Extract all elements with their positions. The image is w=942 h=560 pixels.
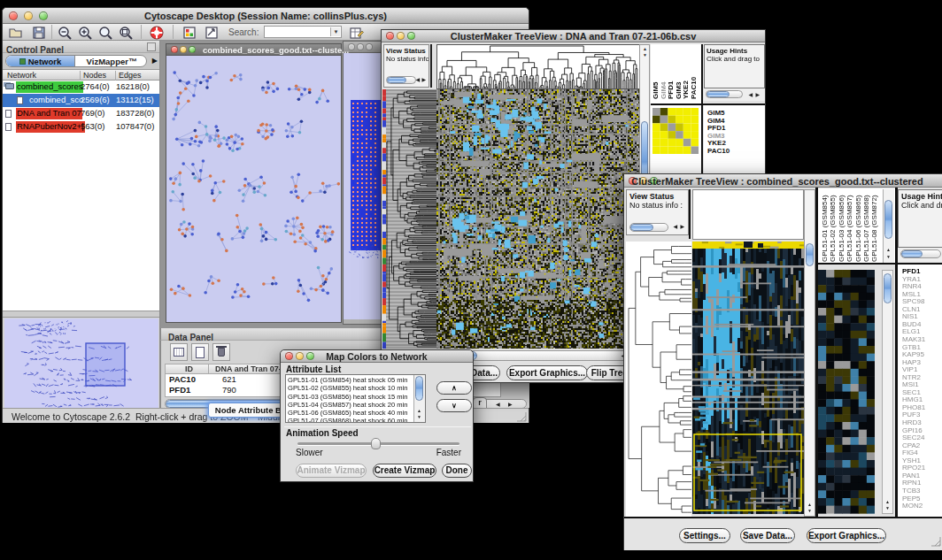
save-icon[interactable]: [31, 25, 47, 41]
tv2-save-data-button[interactable]: Save Data...: [740, 528, 795, 543]
tv1-status-hscroll[interactable]: [386, 76, 416, 84]
tv1-row-label: PAC10: [707, 147, 730, 155]
help-lifering-icon[interactable]: [149, 25, 165, 41]
zoom-out-icon[interactable]: [57, 25, 73, 41]
tv2-usage-hints: Usage Hints Click and drag to: [898, 189, 942, 248]
main-titlebar[interactable]: Cytoscape Desktop (Session Name: collins…: [3, 8, 529, 24]
network-row[interactable]: DNA and Tran 07769(0)183728(0): [3, 107, 159, 120]
tv2-usage-scroll[interactable]: [898, 248, 942, 262]
network-name: DNA and Tran 07: [16, 108, 82, 119]
network-view-1[interactable]: [166, 56, 341, 322]
tv2-heatmap[interactable]: [692, 242, 804, 514]
delete-attribute-icon[interactable]: [212, 343, 230, 361]
tv1-heatmap[interactable]: [436, 89, 639, 349]
tv1-row-dendrogram[interactable]: [386, 89, 436, 349]
attribute-item[interactable]: GPL51-03 (GSM856) heat shock 15 min: [288, 393, 412, 401]
network-row[interactable]: RNAPuberNov2+|563(0)107847(0): [3, 120, 159, 134]
network-name: combined_scores: [16, 81, 83, 93]
status-welcome: Welcome to Cytoscape 2.6.2: [12, 411, 130, 422]
attribute-item[interactable]: GPL51-04 (GSM857) heat shock 20 min: [288, 401, 412, 409]
tab-network[interactable]: Network: [6, 56, 75, 66]
network-nodes: 2764(0): [81, 81, 110, 91]
dialog-title: Map Colors to Network: [281, 351, 473, 362]
vizmap-icon[interactable]: [181, 25, 197, 41]
network-row[interactable]: combined_sco2569(6)13112(15): [3, 94, 159, 107]
tv1-column-label: PAC10: [690, 77, 698, 99]
attribute-item[interactable]: GPL51-01 (GSM854) heat shock 05 min: [288, 376, 412, 384]
new-attribute-icon[interactable]: [191, 343, 209, 361]
network-edges: 107847(0): [116, 121, 154, 131]
tv2-gene-labels: PFD1YRA1RNR4MSL1SPC98CLN1NIS1BUD4ELG1MAK…: [898, 265, 942, 517]
close-icon[interactable]: [171, 46, 178, 53]
move-up-button[interactable]: ∧: [436, 381, 472, 395]
zoom-fit-icon[interactable]: [118, 25, 134, 41]
network-nodes: 769(0): [81, 108, 104, 118]
move-down-button[interactable]: ∨: [436, 399, 472, 412]
tv1-column-dendrogram[interactable]: [436, 44, 640, 89]
animate-vizmap-button[interactable]: Animate Vizmap: [296, 464, 367, 478]
search-input[interactable]: ▼: [264, 26, 342, 38]
search-dropdown-icon[interactable]: ▼: [330, 27, 340, 36]
treeview1-title: ClusterMaker TreeView : DNA and Tran 07-…: [382, 31, 765, 42]
attribute-list-vscroll[interactable]: ▲ ▼: [413, 375, 425, 422]
resize-grip[interactable]: [517, 412, 527, 422]
window-title: Cytoscape Desktop (Session Name: collins…: [3, 11, 529, 21]
tab-vizmapper[interactable]: VizMapper™: [75, 56, 147, 66]
attribute-list[interactable]: GPL51-01 (GSM854) heat shock 05 minGPL51…: [285, 374, 426, 423]
annotation-icon[interactable]: [204, 25, 220, 41]
attribute-select-icon[interactable]: [170, 343, 188, 361]
tv2-resize-grip[interactable]: [930, 536, 941, 547]
tv2-heatmap-vscroll[interactable]: ▲ ▼: [804, 189, 815, 517]
tab-overflow-icon[interactable]: ▶: [152, 57, 158, 65]
map-colors-dialog: Map Colors to Network Attribute List GPL…: [280, 349, 474, 482]
tv2-column-labels: ▲ ▼ GPL51-01 (GSM854)GPL51-02 (GSM855)GP…: [818, 188, 895, 265]
folder-icon: [5, 83, 14, 89]
treeview2-window: ClusterMaker TreeView : combined_scores_…: [623, 173, 942, 550]
tv2-zoom-heatmap[interactable]: [818, 270, 875, 514]
birdseye-view[interactable]: [4, 318, 158, 413]
attribute-item[interactable]: GPL51-02 (GSM855) heat shock 10 min: [288, 384, 412, 392]
create-vizmap-button[interactable]: Create Vizmap: [373, 464, 436, 478]
tv2-zoom-vscroll[interactable]: ▲ ▼: [882, 270, 893, 514]
tv2-column-label: GPL51-01 (GSM854): [821, 195, 829, 262]
attribute-item[interactable]: GPL51-07 (GSM868) heat shock 60 min: [288, 417, 412, 422]
tv1-zoom-matrix[interactable]: [652, 108, 699, 154]
tv2-export-graphics-button[interactable]: Export Graphics...: [807, 528, 886, 543]
tv1-export-graphics-button[interactable]: Export Graphics...: [506, 365, 588, 380]
network-window-1: combined_scores_good.txt--cluste...: [166, 43, 342, 323]
tv2-column-label: GPL51-04 (GSM857): [845, 195, 853, 262]
network-window-1-titlebar[interactable]: combined_scores_good.txt--cluste...: [166, 44, 341, 56]
tv1-usage-scroll[interactable]: ◀ ▶: [704, 88, 765, 101]
network-name: combined_sco: [28, 95, 84, 106]
tv2-settings-button[interactable]: Settings...: [679, 528, 730, 543]
network-table-header[interactable]: Network Nodes Edges: [3, 69, 159, 81]
speed-slider-thumb[interactable]: [371, 438, 381, 449]
minimize-icon[interactable]: [180, 46, 187, 53]
tv2-column-dendrogram[interactable]: [692, 189, 804, 240]
zoom-selected-icon[interactable]: [97, 25, 113, 41]
float-panel-icon[interactable]: [147, 42, 156, 51]
file-icon: [17, 96, 23, 104]
attribute-item[interactable]: GPL51-06 (GSM865) heat shock 40 min: [288, 409, 412, 417]
tv1-column-label: GIM5: [652, 81, 660, 99]
network-row[interactable]: combined_scores2764(0)16218(0): [3, 81, 159, 94]
done-button[interactable]: Done: [442, 464, 472, 478]
zoom-window-icon[interactable]: [366, 43, 373, 50]
tv2-labels-vscroll[interactable]: ▲ ▼: [883, 189, 894, 263]
file-icon: [5, 123, 12, 131]
tv1-column-label: PFD1: [667, 81, 675, 99]
tv2-row-dendrogram[interactable]: [626, 242, 691, 518]
zoom-in-icon[interactable]: [77, 25, 93, 41]
tv2-status-hscroll[interactable]: [629, 223, 668, 232]
treeview2-titlebar[interactable]: ClusterMaker TreeView : combined_scores_…: [624, 174, 942, 188]
attribute-editor-icon[interactable]: [349, 25, 365, 41]
dialog-titlebar[interactable]: Map Colors to Network: [281, 350, 473, 363]
open-file-icon[interactable]: [8, 25, 24, 41]
minimize-icon[interactable]: [357, 43, 364, 50]
treeview1-titlebar[interactable]: ClusterMaker TreeView : DNA and Tran 07-…: [382, 30, 765, 42]
panel-splitter[interactable]: [3, 311, 159, 318]
zoom-window-icon[interactable]: [189, 46, 196, 53]
network-list: combined_scores2764(0)16218(0)combined_s…: [3, 81, 159, 135]
tv1-column-labels: GIM5GIM4PFD1GIM3YKE2PAC10: [651, 44, 701, 104]
faster-label: Faster: [436, 448, 461, 457]
